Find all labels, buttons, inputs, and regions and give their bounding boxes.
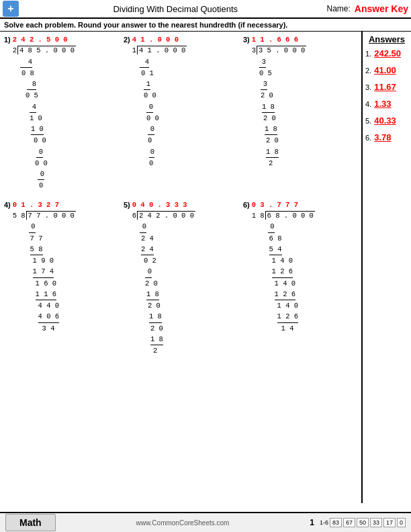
problems-row-1: 1) 2 4 2 . 5 0 0 2 4 8 5 . 0 0 0 4 0 8 bbox=[4, 34, 357, 191]
logo-icon: + bbox=[3, 1, 19, 17]
problems-area: 1) 2 4 2 . 5 0 0 2 4 8 5 . 0 0 0 4 0 8 bbox=[0, 32, 361, 503]
answer-num-6: 6. bbox=[365, 134, 371, 142]
answer-val-1: 242.50 bbox=[374, 48, 401, 58]
p4-work: 0 1 . 3 2 7 5 8 7 7 . 0 0 0 0 7 7 bbox=[13, 200, 76, 334]
p1-work: 2 4 2 . 5 0 0 2 4 8 5 . 0 0 0 4 0 8 bbox=[13, 34, 76, 191]
answer-num-2: 2. bbox=[365, 66, 371, 75]
footer-math-label: Math bbox=[5, 514, 56, 531]
footer-page: 1 bbox=[310, 518, 314, 527]
answer-sidebar: Answers 1. 242.50 2. 41.00 3. 11.67 4. 1… bbox=[361, 32, 411, 503]
answer-item-1: 1. 242.50 bbox=[365, 48, 408, 58]
problem-1: 1) 2 4 2 . 5 0 0 2 4 8 5 . 0 0 0 4 0 8 bbox=[4, 34, 118, 191]
instructions: Solve each problem. Round your answer to… bbox=[0, 19, 411, 32]
p2-label: 2) bbox=[124, 36, 130, 44]
problem-3: 3) 1 1 . 6 6 6 3 3 5 . 0 0 0 3 0 5 bbox=[243, 34, 357, 191]
name-label: Name: bbox=[327, 4, 351, 13]
footer-grades: 1-6 83 67 50 33 17 0 bbox=[320, 518, 406, 527]
answer-val-5: 40.33 bbox=[374, 116, 396, 126]
problems-row-2: 4) 0 1 . 3 2 7 5 8 7 7 . 0 0 0 0 7 7 bbox=[4, 200, 357, 357]
grade-50: 50 bbox=[357, 518, 369, 527]
answer-item-2: 2. 41.00 bbox=[365, 65, 408, 75]
p2-work: 4 1 . 0 0 0 1 4 1 . 0 0 0 4 0 1 bbox=[132, 34, 187, 169]
grade-0: 0 bbox=[397, 518, 406, 527]
grade-17: 17 bbox=[383, 518, 396, 527]
p1-label: 1) bbox=[4, 36, 11, 44]
problem-6: 6) 0 3 . 7 7 7 1 8 6 8 . 0 0 0 0 6 8 bbox=[243, 200, 357, 357]
page-header: + Dividing With Decimal Quotients Name: … bbox=[0, 0, 411, 19]
p4-label: 4) bbox=[4, 201, 11, 209]
answer-item-3: 3. 11.67 bbox=[365, 82, 408, 92]
answer-val-3: 11.67 bbox=[374, 82, 396, 92]
p3-work: 1 1 . 6 6 6 3 3 5 . 0 0 0 3 0 5 bbox=[252, 34, 307, 169]
problem-4: 4) 0 1 . 3 2 7 5 8 7 7 . 0 0 0 0 7 7 bbox=[4, 200, 118, 357]
footer-url: www.CommonCoreSheets.com bbox=[56, 519, 310, 527]
answer-item-4: 4. 1.33 bbox=[365, 99, 408, 109]
answer-val-2: 41.00 bbox=[374, 65, 396, 75]
answer-val-4: 1.33 bbox=[374, 99, 391, 109]
answers-title: Answers bbox=[365, 34, 408, 44]
page-title: Dividing With Decimal Quotients bbox=[24, 4, 327, 14]
problem-5: 5) 0 4 0 . 3 3 3 6 2 4 2 . 0 0 0 0 2 4 bbox=[124, 200, 238, 357]
p3-label: 3) bbox=[243, 36, 250, 44]
p5-work: 0 4 0 . 3 3 3 6 2 4 2 . 0 0 0 0 2 4 bbox=[132, 200, 195, 357]
answer-val-6: 3.78 bbox=[374, 132, 391, 142]
grade-67: 67 bbox=[343, 518, 355, 527]
grade-33: 33 bbox=[370, 518, 382, 527]
grade-83: 83 bbox=[330, 518, 342, 527]
answer-item-5: 5. 40.33 bbox=[365, 116, 408, 126]
answer-num-4: 4. bbox=[365, 100, 371, 108]
answer-num-5: 5. bbox=[365, 117, 371, 125]
answer-key-label: Answer Key bbox=[355, 3, 408, 14]
answer-item-6: 6. 3.78 bbox=[365, 132, 408, 142]
problem-2: 2) 4 1 . 0 0 0 1 4 1 . 0 0 0 4 0 1 bbox=[124, 34, 238, 191]
answer-num-3: 3. bbox=[365, 83, 371, 91]
p5-label: 5) bbox=[124, 201, 130, 209]
page-footer: Math www.CommonCoreSheets.com 1 1-6 83 6… bbox=[0, 512, 411, 532]
main-content: 1) 2 4 2 . 5 0 0 2 4 8 5 . 0 0 0 4 0 8 bbox=[0, 32, 411, 503]
answer-num-1: 1. bbox=[365, 50, 371, 58]
p6-label: 6) bbox=[243, 201, 250, 209]
rating-label: 1-6 bbox=[320, 519, 328, 526]
p6-work: 0 3 . 7 7 7 1 8 6 8 . 0 0 0 0 6 8 bbox=[252, 200, 315, 334]
